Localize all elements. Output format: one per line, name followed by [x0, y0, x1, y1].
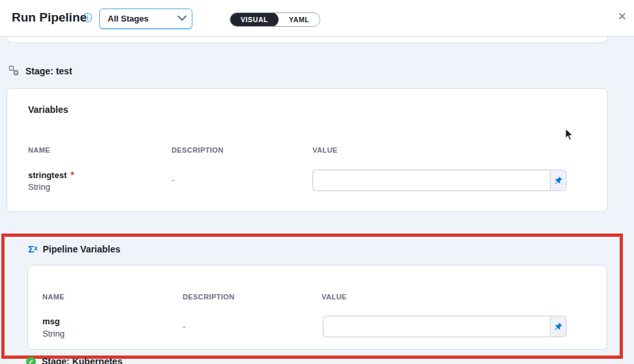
column-header-name: NAME [28, 146, 50, 154]
pipeline-variables-panel: NAME DESCRIPTION VALUE msg String - [27, 265, 607, 350]
success-check-icon: ✓ [26, 357, 36, 364]
pipeline-variables-highlight: Σˣ Pipeline Variables NAME DESCRIPTION V… [1, 234, 623, 359]
stage-icon [8, 65, 20, 76]
previous-card-bottom-edge [7, 37, 608, 43]
variable-description: - [183, 322, 185, 331]
view-mode-toggle: VISUAL YAML [230, 12, 320, 27]
pipeline-variables-title: Pipeline Variables [43, 244, 121, 254]
dialog-body: Stage: test Variables NAME DESCRIPTION V… [0, 37, 634, 364]
pin-input-type-button[interactable] [550, 170, 567, 191]
stage-selector-dropdown[interactable]: All Stages [99, 8, 192, 29]
variable-description: - [172, 175, 174, 185]
stage-test-heading: Stage: test [8, 65, 72, 76]
variables-panel-title: Variables [28, 104, 68, 115]
dialog-header: Run Pipeline ⓘ All Stages VISUAL YAML ✕ [0, 0, 634, 37]
pin-input-type-button[interactable] [550, 316, 567, 337]
column-header-description: DESCRIPTION [172, 146, 224, 154]
tab-visual[interactable]: VISUAL [230, 12, 279, 27]
stage-kubernetes-label: Stage: Kubernetes [42, 356, 123, 364]
info-icon[interactable]: ⓘ [83, 13, 92, 22]
variable-name: stringtest* [28, 170, 74, 180]
column-header-name: NAME [42, 293, 65, 301]
close-icon[interactable]: ✕ [618, 10, 627, 23]
variable-value-group [312, 170, 567, 191]
variables-panel: Variables NAME DESCRIPTION VALUE stringt… [7, 88, 608, 212]
msg-value-input[interactable] [323, 316, 550, 337]
tab-yaml[interactable]: YAML [279, 12, 320, 27]
chevron-down-icon [177, 11, 187, 20]
pipeline-variables-heading: Σˣ Pipeline Variables [28, 243, 121, 254]
stage-selector-value: All Stages [108, 14, 149, 23]
page-title: Run Pipeline [12, 10, 87, 25]
stringtest-value-input[interactable] [312, 170, 550, 191]
column-header-description: DESCRIPTION [183, 293, 235, 301]
variable-type: String [28, 182, 50, 192]
stage-test-label: Stage: test [25, 66, 72, 76]
column-header-value: VALUE [312, 146, 337, 154]
pin-icon [554, 322, 563, 331]
required-asterisk: * [70, 170, 74, 180]
variable-name: msg [42, 316, 60, 326]
run-pipeline-dialog: Run Pipeline ⓘ All Stages VISUAL YAML ✕ … [0, 0, 634, 364]
variable-value-group [323, 316, 567, 337]
sigma-variables-icon: Σˣ [28, 243, 38, 254]
column-header-value: VALUE [322, 293, 346, 301]
pin-icon [554, 176, 563, 185]
stage-kubernetes-heading: ✓ Stage: Kubernetes [26, 356, 123, 364]
variable-type: String [42, 329, 65, 339]
